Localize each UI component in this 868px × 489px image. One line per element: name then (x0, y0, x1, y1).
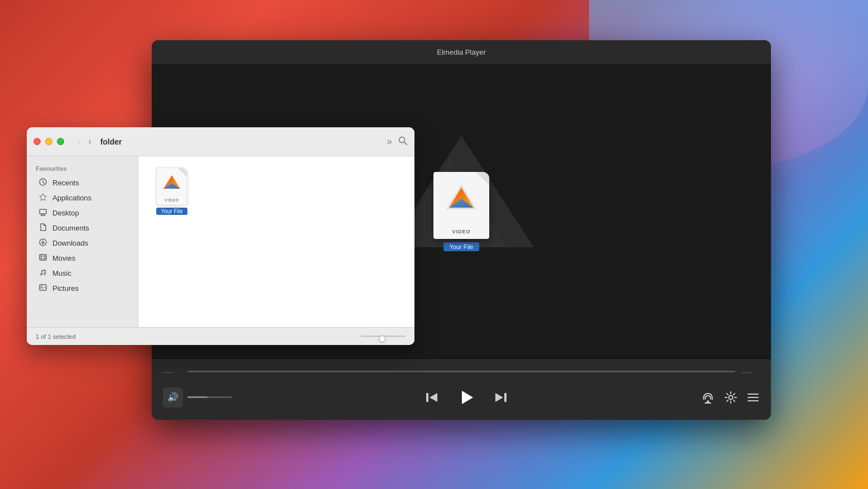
elmedia-logo-small (162, 174, 182, 190)
sidebar-item-movies[interactable]: Movies (29, 251, 136, 266)
player-file-name: Your File (443, 242, 479, 251)
finder-titlebar: ‹ › folder » (27, 127, 414, 156)
applications-icon (38, 193, 48, 203)
sidebar-item-label-desktop: Desktop (52, 209, 79, 217)
finder-window: ‹ › folder » Favourites Recents (27, 127, 414, 345)
progress-container: --:-- --:-- (163, 368, 760, 375)
file-name-badge: Your File (156, 208, 187, 215)
prev-button[interactable] (424, 390, 440, 405)
player-controls: --:-- --:-- 🔊 (152, 358, 771, 420)
documents-icon (38, 223, 48, 233)
time-start: --:-- (163, 368, 181, 375)
volume-slider[interactable] (187, 396, 232, 398)
finder-toolbar-right: » (387, 136, 408, 148)
svg-point-32 (41, 286, 42, 287)
sidebar-item-label-music: Music (52, 269, 71, 277)
controls-row: 🔊 (163, 384, 760, 411)
sidebar-item-recents[interactable]: Recents (29, 175, 136, 190)
player-file-doc: VIDEO (433, 172, 489, 239)
file-video-label: VIDEO (165, 198, 179, 202)
movies-icon (38, 253, 48, 263)
status-text: 1 of 1 selected (36, 333, 76, 340)
volume-button[interactable]: 🔊 (163, 387, 183, 408)
time-end: --:-- (742, 368, 760, 375)
next-button[interactable] (493, 390, 509, 405)
sidebar-item-downloads[interactable]: Downloads (29, 236, 136, 251)
player-elmedia-logo (445, 183, 478, 211)
play-button[interactable] (453, 384, 480, 411)
sidebar-item-label-documents: Documents (52, 224, 89, 232)
sidebar-item-music[interactable]: Music (29, 266, 136, 281)
finder-content: VIDEO Your File (138, 156, 414, 327)
svg-marker-7 (462, 391, 473, 404)
player-titlebar: Elmedia Player (152, 40, 771, 65)
progress-track[interactable] (187, 371, 735, 372)
svg-rect-24 (40, 255, 46, 260)
left-controls: 🔊 (163, 387, 232, 408)
sidebar-item-label-recents: Recents (52, 179, 79, 187)
finder-sidebar: Favourites Recents Applications Desktop (27, 156, 138, 327)
favourites-label: Favourites (27, 163, 138, 175)
settings-button[interactable] (724, 391, 737, 404)
search-button[interactable] (398, 136, 408, 148)
right-controls (701, 390, 760, 405)
sidebar-item-label-applications: Applications (52, 194, 91, 202)
size-slider[interactable] (361, 335, 406, 337)
file-doc: VIDEO (156, 167, 187, 205)
close-button[interactable] (33, 138, 41, 145)
volume-icon: 🔊 (167, 392, 179, 402)
finder-statusbar: 1 of 1 selected (27, 327, 414, 345)
svg-rect-8 (504, 393, 507, 402)
svg-marker-9 (495, 393, 503, 402)
svg-rect-11 (705, 402, 711, 404)
center-controls (424, 384, 509, 411)
player-title: Elmedia Player (437, 48, 485, 56)
forward-button[interactable]: › (86, 136, 93, 148)
svg-rect-19 (40, 209, 46, 214)
sidebar-item-applications[interactable]: Applications (29, 190, 136, 205)
svg-point-30 (44, 273, 46, 275)
back-button[interactable]: ‹ (75, 136, 83, 148)
desktop-icon (38, 208, 48, 218)
finder-body: Favourites Recents Applications Desktop (27, 156, 414, 327)
svg-point-29 (41, 274, 42, 275)
recents-icon (38, 178, 48, 188)
sidebar-item-documents[interactable]: Documents (29, 220, 136, 236)
airplay-button[interactable] (701, 390, 715, 405)
playlist-button[interactable] (746, 391, 760, 404)
minimize-button[interactable] (45, 138, 52, 145)
downloads-icon (38, 238, 48, 248)
sidebar-item-pictures[interactable]: Pictures (29, 281, 136, 296)
svg-marker-10 (706, 400, 710, 402)
pictures-icon (38, 284, 48, 293)
file-item[interactable]: VIDEO Your File (150, 167, 194, 215)
sidebar-item-desktop[interactable]: Desktop (29, 205, 136, 220)
maximize-button[interactable] (57, 138, 64, 145)
svg-rect-5 (426, 393, 428, 402)
player-video-label: VIDEO (452, 229, 470, 234)
sidebar-item-label-downloads: Downloads (52, 239, 88, 247)
player-file-icon: VIDEO Your File (433, 172, 489, 251)
music-icon (38, 269, 48, 278)
finder-nav: ‹ › (75, 136, 94, 148)
sidebar-item-label-movies: Movies (52, 254, 75, 262)
view-options-button[interactable]: » (387, 136, 392, 147)
finder-folder-title: folder (100, 137, 122, 146)
size-slider-thumb[interactable] (379, 335, 385, 342)
svg-marker-6 (430, 393, 437, 402)
sidebar-item-label-pictures: Pictures (52, 284, 79, 293)
svg-point-12 (729, 395, 733, 399)
svg-line-17 (404, 142, 407, 145)
